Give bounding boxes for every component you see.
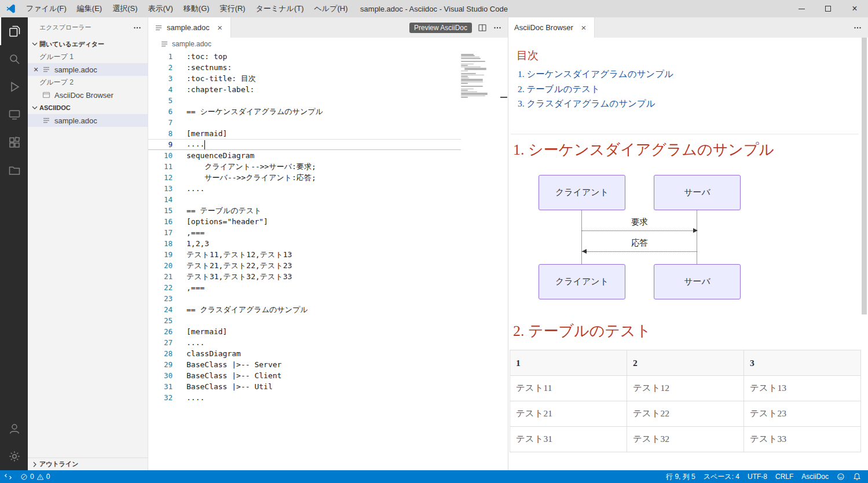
run-debug-icon[interactable] [0,73,28,101]
window-controls: × [788,0,868,17]
code-line[interactable]: 29 BaseClass |>-- Server [148,359,461,370]
code-line[interactable]: 4 :chapter-label: [148,84,461,95]
close-editor-icon[interactable]: × [31,65,41,74]
tab-sample-adoc[interactable]: sample.adoc × [148,17,231,38]
open-editor-item-browser[interactable]: AsciiDoc Browser [28,89,148,101]
code-line[interactable]: 32 .... [148,392,461,403]
more-actions-icon[interactable] [493,23,502,32]
code-line[interactable]: 19 テスト11,テスト12,テスト13 [148,249,461,260]
code-line[interactable]: 31 BaseClass |>-- Util [148,381,461,392]
search-icon[interactable] [0,45,28,73]
code-line[interactable]: 5 [148,95,461,106]
code-line[interactable]: 21 テスト31,テスト32,テスト33 [148,271,461,282]
code-text: :sectnums: [173,63,461,72]
account-icon[interactable] [0,415,28,442]
code-line[interactable]: 14 [148,194,461,205]
outline-section[interactable]: アウトライン [28,458,148,470]
code-line[interactable]: 22 ,=== [148,282,461,293]
code-line[interactable]: 26 [mermaid] [148,326,461,337]
toc-link[interactable]: 3. クラスダイアグラムのサンプル [518,96,673,111]
folder-view-icon[interactable] [0,156,28,184]
code-line[interactable]: 24 == クラスダイアグラムのサンプル [148,304,461,315]
breadcrumb[interactable]: sample.adoc [148,38,508,50]
open-editors-section[interactable]: 開いているエディター [28,38,148,50]
code-line[interactable]: 6 == シーケンスダイアグラムのサンプル [148,106,461,117]
close-button[interactable]: × [841,0,868,17]
minimize-button[interactable] [788,0,815,17]
code-line[interactable]: 1 :toc: top [148,51,461,62]
titlebar: ファイル(F)編集(E)選択(S)表示(V)移動(G)実行(R)ターミナル(T)… [0,0,868,17]
minimap-line [464,69,486,70]
statusbar-item[interactable]: スペース: 4 [699,470,744,483]
statusbar-item[interactable]: UTF-8 [744,470,771,483]
code-line[interactable]: 27 .... [148,337,461,348]
code-text: .... [173,140,461,149]
menu-item[interactable]: 移動(G) [178,0,215,17]
more-actions-icon[interactable] [133,23,142,32]
code-line[interactable]: 10 sequenceDiagram [148,150,461,161]
statusbar-item[interactable]: 行 9, 列 5 [662,470,699,483]
breadcrumb-item[interactable]: sample.adoc [172,40,211,48]
minimap-line [461,90,468,91]
more-actions-icon[interactable] [853,23,862,32]
statusbar-item[interactable]: CRLF [771,470,797,483]
adoc-file-icon [154,23,163,32]
file-item-sample[interactable]: sample.adoc [28,114,148,127]
overview-ruler[interactable] [500,50,508,470]
outline-label: アウトライン [39,460,79,469]
preview-scrollbar[interactable] [862,38,867,314]
code-line[interactable]: 12 サーバ-->>クライアント:応答; [148,172,461,183]
tab-close-icon[interactable]: × [579,23,588,32]
minimap-line [461,92,477,93]
code-line[interactable]: 20 テスト21,テスト22,テスト23 [148,260,461,271]
minimap[interactable] [461,54,500,98]
workspace-section[interactable]: ASCIIDOC [28,101,148,114]
code-line[interactable]: 30 BaseClass |>-- Client [148,370,461,381]
menu-item[interactable]: 実行(R) [215,0,251,17]
explorer-icon[interactable] [0,17,28,45]
line-number: 24 [148,305,173,314]
code-editor[interactable]: 1 :toc: top 2 :sectnums: 3 :toc-title: 目… [148,50,508,470]
maximize-button[interactable] [815,0,841,17]
remote-indicator[interactable] [0,470,16,483]
toc-link[interactable]: 1. シーケンスダイアグラムのサンプル [518,67,673,82]
code-line[interactable]: 18 1,2,3 [148,238,461,249]
menu-item[interactable]: 編集(E) [72,0,107,17]
statusbar-item[interactable]: AsciiDoc [797,470,833,483]
code-line[interactable]: 23 [148,293,461,304]
menu-item[interactable]: ファイル(F) [21,0,72,17]
code-line[interactable]: 11 クライアント-->>サーバ:要求; [148,161,461,172]
chevron-right-icon [30,460,39,469]
tab-asciidoc-browser[interactable]: AsciiDoc Browser × [508,17,595,38]
split-editor-icon[interactable] [478,23,487,32]
code-line[interactable]: 8 [mermaid] [148,128,461,139]
code-line[interactable]: 9 .... [148,139,461,150]
settings-gear-icon[interactable] [0,442,28,470]
code-line[interactable]: 7 [148,117,461,128]
menu-item[interactable]: 選択(S) [107,0,142,17]
chevron-down-icon [30,103,39,112]
extensions-icon[interactable] [0,129,28,156]
toc-link[interactable]: 2. テーブルのテスト [518,82,673,97]
code-line[interactable]: 17 ,=== [148,227,461,238]
tab-close-icon[interactable]: × [215,23,225,32]
menu-item[interactable]: ターミナル(T) [251,0,309,17]
code-line[interactable]: 28 classDiagram [148,348,461,359]
minimap-line [461,55,475,56]
preview-asciidoc-button[interactable]: Preview AsciiDoc [409,23,472,33]
code-line[interactable]: 3 :toc-title: 目次 [148,73,461,84]
close-icon: × [852,4,857,13]
open-editor-item-sample[interactable]: × sample.adoc [28,63,148,76]
notifications-indicator[interactable] [849,470,868,483]
code-line[interactable]: 15 == テーブルのテスト [148,205,461,216]
code-line[interactable]: 2 :sectnums: [148,62,461,73]
menu-item[interactable]: 表示(V) [143,0,178,17]
menu-item[interactable]: ヘルプ(H) [309,0,353,17]
code-line[interactable]: 25 [148,315,461,326]
problems-indicator[interactable]: 0 0 [16,470,54,483]
code-line[interactable]: 13 .... [148,183,461,194]
code-line[interactable]: 16 [options="header"] [148,216,461,227]
feedback-indicator[interactable] [833,470,849,483]
line-number: 27 [148,338,173,347]
remote-explorer-icon[interactable] [0,101,28,129]
